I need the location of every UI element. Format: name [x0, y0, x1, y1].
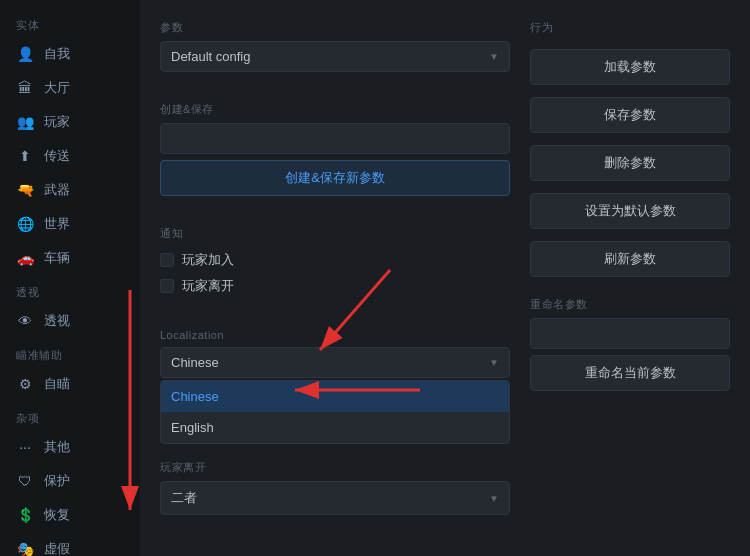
- sidebar-item-vehicle[interactable]: 🚗 车辆: [0, 241, 140, 275]
- chevron-down-icon-loc: ▼: [489, 357, 499, 368]
- load-params-button[interactable]: 加载参数: [530, 49, 730, 85]
- player-leave-checkbox-item[interactable]: 玩家离开: [160, 273, 510, 299]
- aim-icon: ⚙: [16, 375, 34, 393]
- weapon-icon: 🔫: [16, 181, 34, 199]
- localization-option-english[interactable]: English: [161, 412, 509, 443]
- notification-below-section: 玩家离开 二者 ▼: [160, 460, 510, 515]
- params-section: 参数 Default config ▼: [160, 20, 510, 72]
- second-dropdown[interactable]: 二者 ▼: [160, 481, 510, 515]
- localization-dropdown-list: Chinese English: [160, 380, 510, 444]
- shield-icon: 🛡: [16, 472, 34, 490]
- left-panel: 参数 Default config ▼ 创建&保存 创建&保存新参数 通知 玩家…: [160, 20, 510, 536]
- sidebar-label-vehicle: 车辆: [44, 249, 70, 267]
- params-label: 参数: [160, 20, 510, 35]
- section-label-entity: 实体: [0, 8, 140, 37]
- rename-current-button[interactable]: 重命名当前参数: [530, 355, 730, 391]
- sidebar-label-world: 世界: [44, 215, 70, 233]
- eye-icon: 👁: [16, 312, 34, 330]
- notification-label: 通知: [160, 226, 510, 241]
- sidebar-label-other: 其他: [44, 438, 70, 456]
- sidebar: 实体 👤 自我 🏛 大厅 👥 玩家 ⬆ 传送 🔫 武器 🌐 世界 🚗 车辆 透视…: [0, 0, 140, 556]
- localization-dropdown-value: Chinese: [171, 355, 219, 370]
- world-icon: 🌐: [16, 215, 34, 233]
- delete-params-button[interactable]: 删除参数: [530, 145, 730, 181]
- refresh-params-button[interactable]: 刷新参数: [530, 241, 730, 277]
- sidebar-label-lobby: 大厅: [44, 79, 70, 97]
- rename-section: 重命名参数 重命名当前参数: [530, 297, 730, 395]
- sidebar-label-recovery: 恢复: [44, 506, 70, 524]
- sidebar-item-self[interactable]: 👤 自我: [0, 37, 140, 71]
- sidebar-item-transfer[interactable]: ⬆ 传送: [0, 139, 140, 173]
- save-params-button[interactable]: 保存参数: [530, 97, 730, 133]
- set-default-params-button[interactable]: 设置为默认参数: [530, 193, 730, 229]
- main-content: 参数 Default config ▼ 创建&保存 创建&保存新参数 通知 玩家…: [140, 0, 750, 556]
- sidebar-item-aimbot[interactable]: ⚙ 自瞄: [0, 367, 140, 401]
- player-leave-label: 玩家离开: [182, 277, 234, 295]
- create-save-input[interactable]: [160, 123, 510, 154]
- sidebar-item-recovery[interactable]: 💲 恢复: [0, 498, 140, 532]
- player-leave-checkbox[interactable]: [160, 279, 174, 293]
- sidebar-label-protection: 保护: [44, 472, 70, 490]
- sidebar-item-player[interactable]: 👥 玩家: [0, 105, 140, 139]
- chevron-down-icon-2: ▼: [489, 493, 499, 504]
- sidebar-item-weapon[interactable]: 🔫 武器: [0, 173, 140, 207]
- sidebar-label-player: 玩家: [44, 113, 70, 131]
- player-join-checkbox-item[interactable]: 玩家加入: [160, 247, 510, 273]
- sidebar-item-other[interactable]: ··· 其他: [0, 430, 140, 464]
- sidebar-label-self: 自我: [44, 45, 70, 63]
- localization-option-chinese[interactable]: Chinese: [161, 381, 509, 412]
- dollar-icon: 💲: [16, 506, 34, 524]
- vehicle-icon: 🚗: [16, 249, 34, 267]
- section-label-esp: 透视: [0, 275, 140, 304]
- params-dropdown[interactable]: Default config ▼: [160, 41, 510, 72]
- person-icon: 👤: [16, 45, 34, 63]
- create-save-button[interactable]: 创建&保存新参数: [160, 160, 510, 196]
- params-dropdown-value: Default config: [171, 49, 251, 64]
- right-panel: 行为 加载参数 保存参数 删除参数 设置为默认参数 刷新参数 重命名参数 重命名…: [530, 20, 730, 536]
- chevron-down-icon: ▼: [489, 51, 499, 62]
- localization-label: Localization: [160, 329, 510, 341]
- player-join-label: 玩家加入: [182, 251, 234, 269]
- players-icon: 👥: [16, 113, 34, 131]
- behavior-label: 行为: [530, 20, 730, 35]
- sidebar-label-transfer: 传送: [44, 147, 70, 165]
- player-join-checkbox[interactable]: [160, 253, 174, 267]
- sidebar-item-lobby[interactable]: 🏛 大厅: [0, 71, 140, 105]
- sidebar-label-fake: 虚假: [44, 540, 70, 556]
- sidebar-item-fake[interactable]: 🎭 虚假: [0, 532, 140, 556]
- mask-icon: 🎭: [16, 540, 34, 556]
- create-save-section: 创建&保存 创建&保存新参数: [160, 102, 510, 196]
- sidebar-label-esp: 透视: [44, 312, 70, 330]
- notification-below-label: 玩家离开: [160, 460, 510, 475]
- notification-section: 通知 玩家加入 玩家离开: [160, 226, 510, 299]
- localization-section: Localization Chinese ▼ Chinese English: [160, 329, 510, 378]
- sidebar-label-aimbot: 自瞄: [44, 375, 70, 393]
- sidebar-item-world[interactable]: 🌐 世界: [0, 207, 140, 241]
- rename-label: 重命名参数: [530, 297, 730, 312]
- transfer-icon: ⬆: [16, 147, 34, 165]
- second-dropdown-value: 二者: [171, 489, 197, 507]
- lobby-icon: 🏛: [16, 79, 34, 97]
- localization-dropdown[interactable]: Chinese ▼: [160, 347, 510, 378]
- sidebar-item-esp[interactable]: 👁 透视: [0, 304, 140, 338]
- rename-input[interactable]: [530, 318, 730, 349]
- sidebar-item-protection[interactable]: 🛡 保护: [0, 464, 140, 498]
- section-label-aimbot: 瞄准辅助: [0, 338, 140, 367]
- sidebar-label-weapon: 武器: [44, 181, 70, 199]
- create-save-label: 创建&保存: [160, 102, 510, 117]
- other-icon: ···: [16, 438, 34, 456]
- section-label-misc: 杂项: [0, 401, 140, 430]
